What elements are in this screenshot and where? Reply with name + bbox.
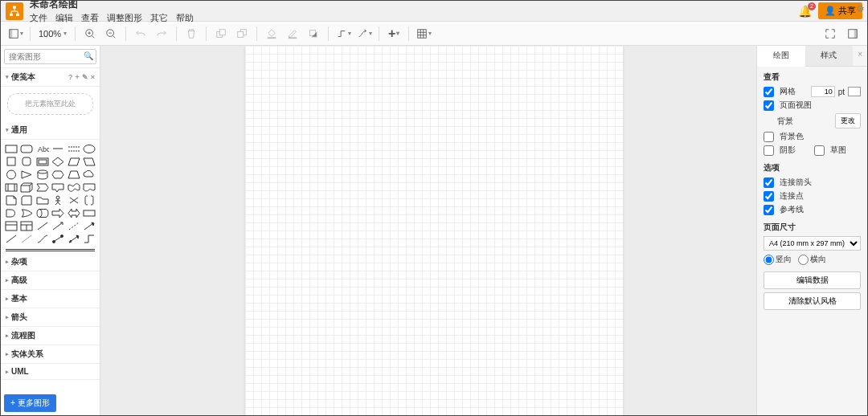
connection-style-button[interactable] — [334, 24, 353, 43]
scratchpad-edit[interactable]: ✎ — [82, 73, 88, 81]
bgcolor-checkbox[interactable] — [764, 132, 774, 142]
shape-rect-thin[interactable] — [83, 207, 96, 218]
edit-data-button[interactable]: 编辑数据 — [764, 271, 861, 289]
menu-view[interactable]: 查看 — [81, 12, 99, 24]
category-er[interactable]: 实体关系 — [1, 345, 100, 364]
scratchpad-header[interactable]: 便笺本 ? + ✎ × — [1, 68, 100, 87]
scratchpad-add[interactable]: + — [75, 73, 79, 81]
page[interactable] — [245, 46, 623, 415]
to-front-button[interactable] — [211, 24, 231, 43]
shape-trapezoid[interactable] — [67, 169, 80, 180]
zoom-in-button[interactable] — [80, 24, 100, 43]
shadow-button[interactable] — [304, 24, 323, 43]
redo-button[interactable] — [152, 24, 171, 43]
more-shapes-button[interactable]: + 更多图形 — [4, 394, 56, 412]
shape-line-seg[interactable] — [83, 233, 96, 244]
shadow-checkbox[interactable] — [764, 145, 774, 156]
menu-arrange[interactable]: 调整图形 — [107, 12, 142, 24]
shape-folder[interactable] — [35, 194, 49, 206]
scratchpad-help[interactable]: ? — [68, 73, 73, 81]
shape-ellipse[interactable] — [83, 143, 96, 154]
shape-diamond[interactable] — [51, 156, 65, 167]
shape-list[interactable] — [4, 220, 18, 231]
shape-line-curve[interactable] — [35, 233, 49, 244]
shape-note[interactable] — [4, 194, 18, 206]
shape-card[interactable] — [20, 194, 34, 206]
shape-circle[interactable] — [4, 169, 18, 180]
shape-roundsquare[interactable] — [20, 156, 34, 167]
shape-actor[interactable] — [51, 194, 65, 206]
portrait-radio[interactable] — [764, 255, 774, 265]
shape-cylinder[interactable] — [35, 169, 49, 180]
shape-line-both[interactable] — [67, 233, 80, 244]
shape-cross[interactable] — [67, 194, 80, 206]
category-uml[interactable]: UML — [1, 364, 100, 380]
shape-parallelogram2[interactable] — [83, 156, 96, 167]
insert-button[interactable]: + — [384, 24, 403, 43]
line-color-button[interactable] — [283, 24, 302, 43]
category-arrows[interactable]: 箭头 — [1, 308, 100, 327]
conn-arrows-checkbox[interactable] — [764, 177, 774, 188]
delete-button[interactable] — [182, 24, 201, 43]
landscape-radio[interactable] — [798, 255, 809, 265]
canvas[interactable] — [100, 46, 756, 415]
shape-double-rect[interactable] — [35, 156, 49, 167]
shape-line-dots[interactable] — [51, 233, 65, 244]
settings-icon[interactable]: ⚙ — [856, 3, 865, 14]
menu-extras[interactable]: 其它 — [150, 12, 168, 24]
shape-line-endarrow[interactable] — [83, 220, 96, 231]
shape-or[interactable] — [20, 207, 34, 218]
scratchpad-dropzone[interactable]: 把元素拖至此处 — [7, 93, 93, 115]
shape-cube[interactable] — [20, 181, 34, 193]
fullscreen-button[interactable] — [821, 24, 840, 43]
notifications-icon[interactable]: 🔔2 — [798, 5, 812, 18]
close-panel-icon[interactable]: × — [853, 46, 867, 66]
grid-color-swatch[interactable] — [848, 87, 861, 96]
scratchpad-close[interactable]: × — [91, 73, 95, 81]
shape-line-h[interactable] — [51, 143, 65, 154]
search-shapes-input[interactable] — [4, 49, 96, 64]
menu-help[interactable]: 帮助 — [176, 12, 194, 24]
app-logo[interactable] — [6, 2, 23, 20]
category-flowchart[interactable]: 流程图 — [1, 327, 100, 345]
clear-default-button[interactable]: 清除默认风格 — [764, 292, 861, 310]
format-panel-toggle[interactable] — [843, 24, 862, 43]
guides-checkbox[interactable] — [764, 205, 774, 215]
undo-button[interactable] — [131, 24, 150, 43]
shape-dashed[interactable] — [67, 143, 80, 154]
shape-tape[interactable] — [67, 181, 80, 193]
shape-rounded-rect[interactable] — [20, 143, 34, 154]
shape-data[interactable] — [35, 207, 49, 218]
shape-text[interactable]: Abc — [35, 143, 49, 154]
shape-square[interactable] — [4, 156, 18, 167]
waypoint-style-button[interactable] — [354, 24, 374, 43]
shape-arrow-both[interactable] — [67, 207, 80, 218]
menu-file[interactable]: 文件 — [30, 12, 47, 24]
sketch-checkbox[interactable] — [814, 145, 825, 156]
shape-process[interactable] — [4, 181, 18, 193]
shape-line-dash[interactable] — [67, 220, 80, 231]
table-button[interactable] — [414, 24, 433, 43]
shape-table2[interactable] — [20, 220, 34, 231]
category-general[interactable]: 通用 — [1, 121, 100, 140]
grid-checkbox[interactable] — [764, 87, 774, 97]
grid-size-input[interactable] — [811, 86, 835, 97]
zoom-dropdown[interactable]: 100% — [35, 29, 70, 39]
shape-step[interactable] — [35, 181, 49, 193]
shape-line-plain[interactable] — [4, 233, 18, 244]
shape-bracket[interactable] — [83, 194, 96, 206]
zoom-out-button[interactable] — [101, 24, 121, 43]
shape-triangle[interactable] — [20, 169, 34, 180]
shape-line1[interactable] — [35, 220, 49, 231]
category-basic[interactable]: 基本 — [1, 290, 100, 308]
shape-document[interactable] — [83, 181, 96, 193]
pagesize-select[interactable]: A4 (210 mm x 297 mm) — [764, 236, 861, 251]
fill-color-button[interactable] — [262, 24, 281, 43]
menu-edit[interactable]: 编辑 — [55, 12, 73, 24]
to-back-button[interactable] — [232, 24, 252, 43]
shape-and[interactable] — [4, 207, 18, 218]
document-title[interactable]: 未命名绘图 — [30, 0, 790, 11]
shape-cloud[interactable] — [83, 169, 96, 180]
shape-callout[interactable] — [51, 181, 65, 193]
shape-arrow-right[interactable] — [51, 207, 65, 218]
